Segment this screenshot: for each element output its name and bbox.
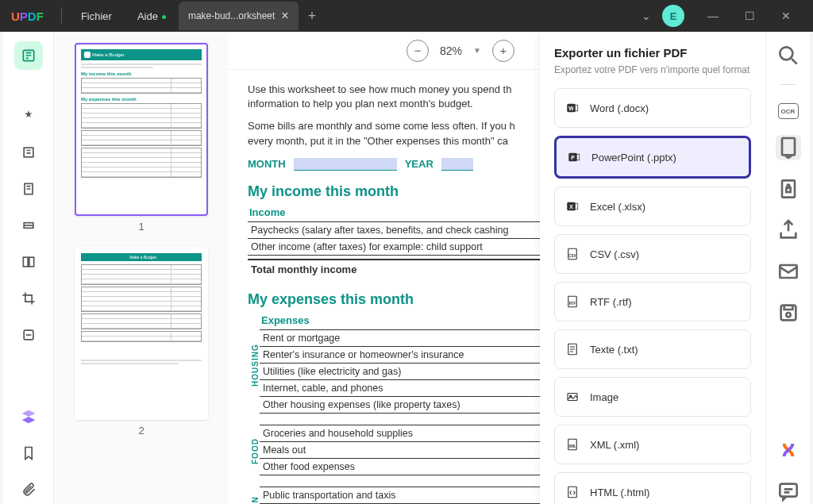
edit-tool-icon[interactable] (14, 138, 43, 167)
bookmark-icon[interactable] (14, 439, 43, 467)
export-format-label: HTML (.html) (590, 487, 649, 498)
page-thumbnail-2[interactable]: Make a Budget (75, 247, 208, 420)
excel-file-icon: X (564, 198, 580, 214)
right-toolbar: OCR (765, 32, 810, 504)
menu-help[interactable]: Aide (125, 10, 171, 22)
app-logo: UPDF (0, 10, 55, 23)
txt-file-icon (564, 341, 580, 357)
email-icon[interactable] (776, 259, 801, 284)
user-avatar[interactable]: E (662, 5, 684, 27)
svg-rect-33 (780, 484, 796, 497)
crop-tool-icon[interactable] (14, 284, 43, 313)
export-panel: Exporter un fichier PDF Exportez votre P… (540, 32, 765, 504)
layers-icon[interactable] (14, 402, 43, 431)
notification-dot-icon (162, 15, 166, 19)
svg-rect-25 (568, 487, 577, 498)
html-file-icon (564, 484, 580, 500)
food-category: FOOD (248, 425, 260, 479)
thumbnail-number: 1 (65, 221, 218, 233)
year-label: YEAR (405, 158, 433, 171)
attachment-icon[interactable] (14, 475, 43, 504)
ocr-icon[interactable]: OCR (778, 103, 799, 119)
save-icon[interactable] (776, 300, 801, 325)
export-format-excel[interactable]: XExcel (.xlsx) (554, 187, 751, 226)
add-tab-button[interactable]: + (308, 8, 317, 25)
svg-text:RTF: RTF (569, 302, 576, 306)
search-icon[interactable] (776, 43, 801, 68)
titlebar: UPDF Fichier Aide make-bud...orksheet × … (0, 0, 813, 32)
export-format-xml[interactable]: XMLXML (.xml) (554, 425, 751, 464)
export-format-img[interactable]: Image (554, 377, 751, 417)
export-format-label: Excel (.xlsx) (590, 201, 645, 213)
export-format-label: Image (590, 391, 618, 403)
left-toolbar (3, 32, 54, 504)
export-title: Exporter un fichier PDF (554, 46, 751, 60)
export-format-html[interactable]: HTML (.html) (554, 472, 751, 504)
reader-mode-icon[interactable] (14, 41, 43, 70)
img-file-icon (564, 389, 580, 405)
redact-tool-icon[interactable] (14, 321, 43, 349)
export-format-label: Word (.docx) (590, 102, 649, 114)
export-format-label: PowerPoint (.pptx) (591, 152, 676, 164)
svg-rect-5 (29, 257, 33, 267)
share-icon[interactable] (776, 217, 801, 243)
svg-rect-29 (786, 188, 790, 192)
menu-file[interactable]: Fichier (68, 10, 125, 22)
svg-text:X: X (569, 204, 573, 210)
export-format-rtf[interactable]: RTFRTF (.rtf) (554, 282, 751, 321)
word-file-icon: W (564, 100, 580, 116)
svg-rect-4 (23, 257, 28, 267)
export-format-label: Texte (.txt) (590, 344, 638, 356)
page-thumbnail-1[interactable]: Make a Budget My income this month My ex… (75, 43, 208, 216)
thumbnail-panel: Make a Budget My income this month My ex… (54, 32, 229, 504)
month-field[interactable] (294, 158, 397, 171)
svg-rect-27 (782, 138, 795, 155)
close-window-button[interactable]: ✕ (769, 0, 803, 32)
document-tab[interactable]: make-bud...orksheet × (179, 2, 299, 30)
zoom-value[interactable]: 82% (440, 44, 462, 57)
export-format-label: XML (.xml) (590, 439, 639, 451)
export-format-csv[interactable]: CSVCSV (.csv) (554, 234, 751, 274)
close-tab-icon[interactable]: × (281, 9, 288, 23)
protect-icon[interactable] (776, 176, 801, 202)
tab-label: make-bud...orksheet (188, 10, 275, 21)
ai-icon[interactable] (776, 437, 801, 463)
svg-point-32 (786, 313, 790, 317)
month-label: MONTH (248, 158, 286, 171)
organize-icon[interactable] (14, 248, 43, 276)
comment-tool-icon[interactable] (14, 102, 43, 130)
export-format-word[interactable]: WWord (.docx) (554, 88, 751, 128)
maximize-button[interactable]: ☐ (732, 0, 767, 32)
svg-text:CSV: CSV (568, 254, 576, 258)
export-format-label: RTF (.rtf) (590, 296, 631, 308)
svg-point-26 (780, 47, 792, 60)
year-field[interactable] (441, 158, 473, 171)
export-format-txt[interactable]: Texte (.txt) (554, 329, 751, 369)
chevron-down-icon[interactable]: ⌄ (642, 10, 651, 22)
rtf-file-icon: RTF (564, 294, 580, 310)
export-icon[interactable] (776, 135, 801, 160)
svg-rect-21 (568, 394, 577, 401)
zoom-out-button[interactable]: − (406, 40, 429, 62)
zoom-in-button[interactable]: + (492, 40, 514, 62)
svg-text:P: P (571, 155, 575, 160)
page-tool-icon[interactable] (14, 175, 43, 203)
svg-text:XML: XML (568, 444, 576, 448)
export-subtitle: Exportez votre PDF vers n'importe quel f… (554, 64, 751, 75)
xml-file-icon: XML (564, 437, 580, 452)
thumbnail-number: 2 (65, 425, 218, 437)
csv-file-icon: CSV (564, 246, 580, 262)
chat-icon[interactable] (776, 479, 801, 504)
fill-sign-icon[interactable] (14, 211, 43, 240)
minimize-button[interactable]: — (695, 0, 730, 32)
housing-category: HOUSING (248, 314, 260, 417)
ppt-file-icon: P (566, 149, 582, 165)
export-format-ppt[interactable]: PPowerPoint (.pptx) (554, 136, 751, 179)
transportation-category: TRANSPORTATION (248, 487, 260, 504)
export-format-label: CSV (.csv) (590, 248, 639, 260)
zoom-dropdown-icon[interactable]: ▼ (473, 46, 481, 55)
